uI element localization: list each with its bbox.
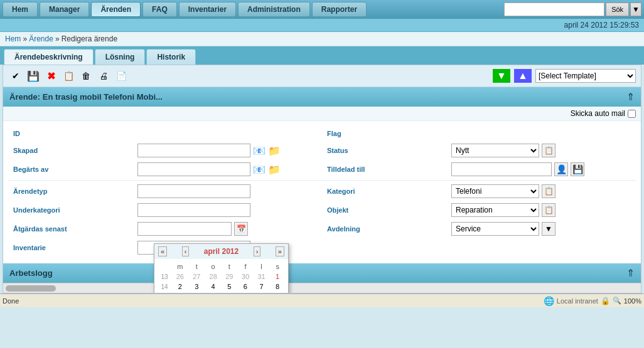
nav-tab-inventarier[interactable]: Inventarier <box>179 2 236 17</box>
horizontal-scrollbar[interactable] <box>3 283 641 293</box>
status-copy-button[interactable]: 📋 <box>542 144 555 157</box>
calendar-button[interactable]: 📅 <box>234 222 248 236</box>
cal-day-13[interactable]: 13 <box>237 292 254 293</box>
search-button[interactable]: Sök <box>606 3 629 16</box>
zoom-icon: 🔍 <box>613 297 621 305</box>
cal-day-9[interactable]: 9 <box>172 292 188 293</box>
objekt-copy-button[interactable]: 📋 <box>542 203 555 217</box>
tab-arendebeskrivning[interactable]: Ärendebeskrivning <box>4 49 94 65</box>
nav-tab-manager[interactable]: Manager <box>40 2 89 17</box>
cal-prev-button[interactable]: ‹ <box>182 246 190 256</box>
cal-day-6[interactable]: 6 <box>237 282 254 292</box>
breadcrumb-arende[interactable]: Ärende <box>29 34 53 43</box>
atgardas-senast-label: Åtgärdas senast <box>8 219 134 238</box>
skapad-input[interactable] <box>137 144 250 157</box>
print-button[interactable]: 🖨 <box>96 68 111 83</box>
cal-day-7[interactable]: 7 <box>254 282 270 292</box>
underkategori-label: Underkategori <box>8 201 134 219</box>
cal-mon-header: m <box>172 261 188 272</box>
cal-day-11[interactable]: 11 <box>205 292 222 293</box>
collapse-button[interactable]: ⇑ <box>626 91 635 103</box>
cal-day-15[interactable]: 15 <box>269 292 286 293</box>
cal-day-2[interactable]: 2 <box>172 282 188 292</box>
cal-week-15: 15 9 10 11 12 13 14 15 <box>157 292 286 293</box>
avdelning-select[interactable]: Service <box>451 222 539 236</box>
avdelning-dropdown-button[interactable]: ▼ <box>542 222 555 236</box>
flag-value <box>448 126 636 141</box>
kategori-copy-button[interactable]: 📋 <box>542 184 555 198</box>
cal-day-m30[interactable]: 30 <box>237 272 254 282</box>
cal-weeknum-14: 14 <box>157 282 172 292</box>
nav-tab-hem[interactable]: Hem <box>3 2 38 17</box>
save-button[interactable]: 💾 <box>26 68 41 83</box>
id-label: ID <box>8 126 134 141</box>
arrow-up-button[interactable]: ▲ <box>514 69 532 83</box>
check-button[interactable]: ✔ <box>8 68 23 83</box>
cal-day-12[interactable]: 12 <box>221 292 237 293</box>
arendetyp-input[interactable] <box>137 184 250 198</box>
cal-day-m26[interactable]: 26 <box>172 272 188 282</box>
tab-losning[interactable]: Lösning <box>95 49 146 65</box>
worklog-collapse-button[interactable]: ⇑ <box>626 267 635 279</box>
cal-day-4[interactable]: 4 <box>205 282 222 292</box>
objekt-label: Objekt <box>322 201 448 219</box>
objekt-select[interactable]: Reparation Service <box>451 203 539 217</box>
breadcrumb-hem[interactable]: Hem <box>5 34 21 43</box>
tilldelad-save-button[interactable]: 💾 <box>571 162 584 176</box>
begarts-av-input[interactable] <box>137 162 250 176</box>
cal-day-14[interactable]: 14 <box>254 292 270 293</box>
arrow-down-icon: ▼ <box>496 70 507 82</box>
security-icon: 🔒 <box>601 297 610 305</box>
status-select[interactable]: Nytt Under arbete Avslutat <box>451 144 539 157</box>
template-select[interactable]: [Select Template] <box>535 69 636 83</box>
scrollbar-thumb[interactable] <box>6 285 56 292</box>
browser-status-bar: Done 🌐 Local intranet 🔒 🔍 100% <box>0 293 644 307</box>
copy-button[interactable]: 📋 <box>61 68 76 83</box>
auto-mail-checkbox[interactable] <box>628 110 636 118</box>
nav-tab-faq[interactable]: FAQ <box>142 2 177 17</box>
nav-tab-administration[interactable]: Administration <box>238 2 310 17</box>
arrow-down-button[interactable]: ▼ <box>493 69 510 83</box>
date-bar: april 24 2012 15:29:53 <box>0 19 644 32</box>
cal-last-button[interactable]: » <box>276 246 284 256</box>
calendar-grid: m t o t f l s 13 26 27 <box>154 259 288 293</box>
nav-tab-rapporter[interactable]: Rapporter <box>312 2 367 17</box>
kategori-select[interactable]: Telefoni <box>451 184 539 198</box>
underkategori-input[interactable] <box>137 203 250 217</box>
date-display: april 24 2012 15:29:53 <box>564 21 639 29</box>
delete-button[interactable]: 🗑 <box>78 68 94 83</box>
begarts-av-value: 📧 📁 <box>134 160 322 179</box>
search-dropdown-button[interactable]: ▼ <box>630 3 641 16</box>
cal-day-m29[interactable]: 29 <box>221 272 237 282</box>
calendar-popup: « ‹ april 2012 › » m t o t f <box>154 243 289 293</box>
cal-day-10[interactable]: 10 <box>188 292 205 293</box>
cal-wed-header: o <box>205 261 222 272</box>
cal-day-m27[interactable]: 27 <box>188 272 205 282</box>
cal-day-3[interactable]: 3 <box>188 282 205 292</box>
top-nav: Hem Manager Ärenden FAQ Inventarier Admi… <box>0 0 644 19</box>
cancel-button[interactable]: ✖ <box>43 68 58 83</box>
section-header: Ärende: En trasig mobil Telefoni Mobi...… <box>3 87 641 107</box>
worklog-title: Arbetslogg <box>9 268 53 278</box>
cal-day-1[interactable]: 1 <box>269 272 286 282</box>
status-label: Status <box>322 141 448 160</box>
cal-next-button[interactable]: › <box>254 246 261 256</box>
avdelning-label: Avdelning <box>322 219 448 238</box>
search-area: Sök ▼ <box>504 3 641 16</box>
nav-tab-arenden[interactable]: Ärenden <box>91 2 141 17</box>
main-content: ✔ 💾 ✖ 📋 🗑 🖨 📄 ▼ ▲ [Select Template] Ären… <box>3 65 641 293</box>
search-input[interactable] <box>504 3 604 16</box>
cal-day-m31[interactable]: 31 <box>254 272 270 282</box>
cal-day-m28[interactable]: 28 <box>205 272 222 282</box>
export-button[interactable]: 📄 <box>114 68 129 83</box>
cal-sat-header: l <box>254 261 270 272</box>
status-value: Nytt Under arbete Avslutat 📋 <box>448 141 636 160</box>
atgardas-senast-input[interactable] <box>137 222 232 236</box>
cal-day-8[interactable]: 8 <box>269 282 286 292</box>
tab-historik[interactable]: Historik <box>146 49 196 65</box>
breadcrumb-redigera: Redigera ärende <box>62 34 117 43</box>
cal-day-5[interactable]: 5 <box>221 282 237 292</box>
cal-first-button[interactable]: « <box>158 246 167 256</box>
tilldelad-person-button[interactable]: 👤 <box>554 162 568 176</box>
tilldelad-till-input[interactable]: Hans Ljungdahl <box>451 162 552 176</box>
